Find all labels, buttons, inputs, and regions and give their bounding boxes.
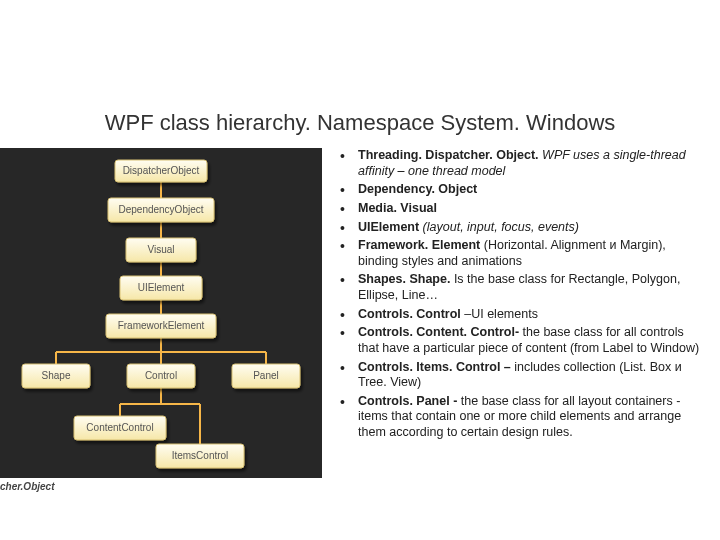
bullet-bold: Shapes. Shape. xyxy=(358,272,450,286)
node-itemscontrol: ItemsControl xyxy=(172,450,229,461)
bullet-bold: Controls. Panel - xyxy=(358,394,457,408)
bullet-rest: –UI elements xyxy=(461,307,538,321)
bullet-bold: Media. Visual xyxy=(358,201,437,215)
bullet-bold: Threading. Dispatcher. Object. xyxy=(358,148,539,162)
bullet-item: Controls. Content. Control- the base cla… xyxy=(340,325,700,356)
bullet-item: Threading. Dispatcher. Object. WPF uses … xyxy=(340,148,700,179)
node-dispatcher: DispatcherObject xyxy=(123,165,200,176)
node-control: Control xyxy=(145,370,177,381)
node-framework: FrameworkElement xyxy=(118,320,205,331)
bullet-list: Threading. Dispatcher. Object. WPF uses … xyxy=(330,148,700,444)
bullet-bold: Framework. Element xyxy=(358,238,480,252)
bullet-item: UIElement (layout, input, focus, events) xyxy=(340,220,700,236)
bullet-item: Controls. Control –UI elements xyxy=(340,307,700,323)
bullet-item: Media. Visual xyxy=(340,201,700,217)
page-title: WPF class hierarchy. Namespace System. W… xyxy=(0,110,720,136)
node-dependency: DependencyObject xyxy=(118,204,203,215)
bullet-item: Controls. Items. Control – includes coll… xyxy=(340,360,700,391)
hierarchy-diagram: DispatcherObject DependencyObject Visual… xyxy=(0,148,322,478)
bullet-item: Controls. Panel - the base class for all… xyxy=(340,394,700,441)
bullet-bold: Controls. Items. Control – xyxy=(358,360,511,374)
bullet-bold: Controls. Control xyxy=(358,307,461,321)
node-contentcontrol: ContentControl xyxy=(86,422,153,433)
slide: WPF class hierarchy. Namespace System. W… xyxy=(0,0,720,540)
node-visual: Visual xyxy=(147,244,174,255)
bullet-bold: UIElement xyxy=(358,220,419,234)
bullet-item: Shapes. Shape. Is the base class for Rec… xyxy=(340,272,700,303)
node-shape: Shape xyxy=(42,370,71,381)
bullet-bold: Controls. Content. Control- xyxy=(358,325,519,339)
diagram-svg: DispatcherObject DependencyObject Visual… xyxy=(0,148,322,478)
bullet-rest: (layout, input, focus, events) xyxy=(419,220,579,234)
footer-fragment: cher.Object xyxy=(0,481,54,492)
node-uielement: UIElement xyxy=(138,282,185,293)
bullet-bold: Dependency. Object xyxy=(358,182,477,196)
node-panel: Panel xyxy=(253,370,279,381)
bullet-item: Dependency. Object xyxy=(340,182,700,198)
bullet-item: Framework. Element (Horizontal. Alignmen… xyxy=(340,238,700,269)
